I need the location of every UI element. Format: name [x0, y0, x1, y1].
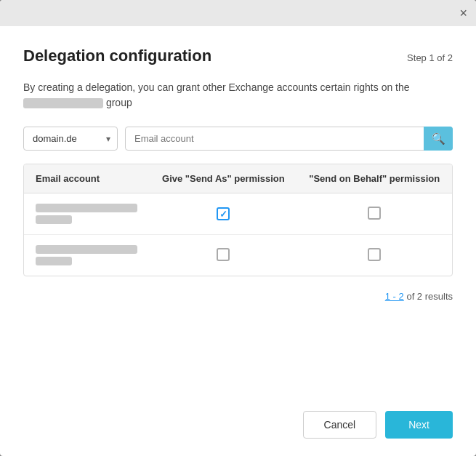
- cancel-button[interactable]: Cancel: [303, 411, 377, 439]
- modal-header-bar: ×: [0, 0, 476, 26]
- table-header-row: Email account Give "Send As" permission …: [24, 164, 452, 193]
- redacted-domain: [23, 98, 103, 108]
- search-input-wrapper: 🔍: [125, 127, 453, 151]
- table-row: [24, 193, 452, 235]
- title-row: Delegation configuration Step 1 of 2: [23, 47, 453, 65]
- send-on-behalf-checkbox-2[interactable]: [368, 248, 381, 261]
- modal-title: Delegation configuration: [23, 47, 211, 65]
- redacted-email-1b: [36, 215, 72, 224]
- modal-overlay: × Delegation configuration Step 1 of 2 B…: [0, 0, 476, 456]
- spacer: [23, 308, 453, 404]
- domain-dropdown[interactable]: domain.de: [23, 127, 118, 151]
- send-on-behalf-cell-2[interactable]: [297, 235, 452, 276]
- send-as-checkbox-1[interactable]: [217, 207, 230, 220]
- send-as-cell-1[interactable]: [150, 193, 297, 235]
- pagination-link[interactable]: 1 - 2: [385, 291, 404, 302]
- pagination-suffix: of 2 results: [406, 291, 453, 302]
- redacted-email-2b: [36, 257, 72, 265]
- search-button[interactable]: 🔍: [424, 127, 453, 151]
- results-table-container: Email account Give "Send As" permission …: [23, 164, 453, 276]
- next-button[interactable]: Next: [385, 411, 453, 439]
- redacted-email-2a: [36, 245, 137, 254]
- search-row: domain.de ▾ 🔍: [23, 127, 453, 151]
- modal: × Delegation configuration Step 1 of 2 B…: [0, 0, 476, 456]
- col-send-as: Give "Send As" permission: [150, 164, 297, 193]
- pagination-row: 1 - 2 of 2 results: [23, 291, 453, 302]
- results-table: Email account Give "Send As" permission …: [24, 164, 452, 276]
- send-as-cell-2[interactable]: [150, 235, 297, 276]
- search-icon: 🔍: [432, 132, 445, 145]
- email-search-input[interactable]: [125, 127, 453, 151]
- send-on-behalf-cell-1[interactable]: [297, 193, 452, 235]
- send-on-behalf-checkbox-1[interactable]: [368, 207, 381, 220]
- modal-body: Delegation configuration Step 1 of 2 By …: [0, 26, 476, 456]
- footer-row: Cancel Next: [23, 404, 453, 439]
- domain-dropdown-wrapper: domain.de ▾: [23, 127, 118, 151]
- email-cell-1: [24, 193, 150, 235]
- table-row: [24, 235, 452, 276]
- col-send-on-behalf: "Send on Behalf" permission: [297, 164, 452, 193]
- close-button[interactable]: ×: [459, 7, 467, 20]
- redacted-email-1a: [36, 204, 137, 212]
- description-text: By creating a delegation, you can grant …: [23, 80, 453, 111]
- col-email-account: Email account: [24, 164, 150, 193]
- email-cell-2: [24, 235, 150, 276]
- send-as-checkbox-2[interactable]: [217, 248, 230, 261]
- step-indicator: Step 1 of 2: [407, 52, 453, 63]
